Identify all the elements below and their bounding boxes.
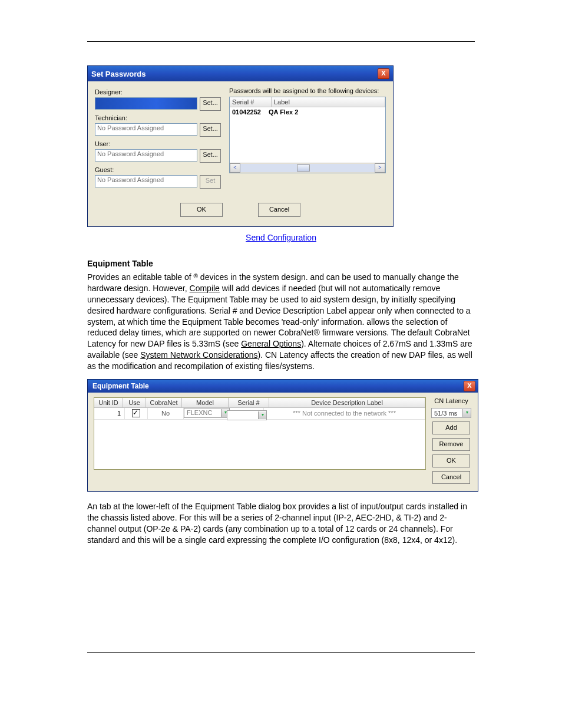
general-options-link[interactable]: General Options <box>241 339 301 348</box>
caption-link-wrap: Send Configuration <box>87 233 475 242</box>
p2-t4: and <box>121 535 137 545</box>
titlebar-2[interactable]: Equipment Table X <box>88 380 478 393</box>
compile-link[interactable]: Compile <box>190 284 220 293</box>
devices-list: Serial # Label 01042252 QA Flex 2 < > <box>229 97 386 173</box>
col-label[interactable]: Label <box>272 97 385 107</box>
scroll-thumb[interactable] <box>297 164 310 172</box>
device-label: QA Flex 2 <box>269 108 383 116</box>
cancel-button[interactable]: Cancel <box>258 203 300 217</box>
model-value: FLEXNC <box>187 408 212 418</box>
p1-t3: and <box>310 272 326 282</box>
equipment-table-dialog: Equipment Table X Unit ID Use CobraNet M… <box>87 379 478 492</box>
col-cobranet[interactable]: CobraNet <box>146 398 182 407</box>
guest-set-button: Set <box>200 175 221 189</box>
designer-label: Designer: <box>95 88 221 95</box>
remove-button[interactable]: Remove <box>432 438 470 451</box>
paragraph-1: Provides an editable table of ® devices … <box>87 272 475 372</box>
ok-button-2[interactable]: OK <box>432 454 470 467</box>
device-serial: 01042252 <box>232 108 269 116</box>
reg-mark: ® <box>194 273 198 279</box>
technician-input[interactable]: No Password Assigned <box>95 123 197 136</box>
titlebar[interactable]: Set Passwords X <box>88 66 393 81</box>
col-serial[interactable]: Serial # <box>230 97 272 107</box>
cell-desc: *** Not connected to the network *** <box>264 408 425 419</box>
equipment-grid: Unit ID Use CobraNet Model Serial # Devi… <box>94 397 426 470</box>
user-input[interactable]: No Password Assigned <box>95 149 197 162</box>
cell-use[interactable] <box>125 408 148 419</box>
use-checkbox[interactable] <box>132 409 140 417</box>
h-scrollbar[interactable]: < > <box>230 163 385 173</box>
titlebar-title: Set Passwords <box>91 70 378 78</box>
system-network-link[interactable]: System Network Considerations <box>140 350 257 360</box>
close-icon[interactable]: X <box>378 68 389 79</box>
p2-t5: this will be a single card expressing th… <box>138 535 457 545</box>
add-button[interactable]: Add <box>432 421 470 434</box>
p2-t1: An <box>87 502 100 511</box>
technician-set-button[interactable]: Set... <box>200 123 221 137</box>
col-use[interactable]: Use <box>123 398 146 407</box>
user-label: User: <box>95 140 221 147</box>
ok-button[interactable]: OK <box>180 203 223 217</box>
col-serial-2[interactable]: Serial # <box>229 398 269 407</box>
cancel-button-2[interactable]: Cancel <box>432 471 470 484</box>
titlebar-2-title: Equipment Table <box>92 382 149 390</box>
p1-t1: Provides an editable table of <box>87 272 194 282</box>
designer-input[interactable] <box>95 97 197 110</box>
cn-latency-label: CN Latency <box>434 397 468 404</box>
cell-unitid: 1 <box>94 408 125 419</box>
cn-latency-select[interactable]: 51/3 ms▾ <box>431 408 471 418</box>
p1-t2: devices in the system design. <box>198 272 310 282</box>
cell-serial[interactable]: ▾ <box>227 408 264 418</box>
col-model[interactable]: Model <box>182 398 229 407</box>
guest-label: Guest: <box>95 166 221 173</box>
paragraph-2: An tab at the lower-left of the Equipmen… <box>87 501 475 546</box>
set-passwords-dialog: Set Passwords X Designer: Set... Technic… <box>87 65 394 227</box>
scroll-track[interactable] <box>240 164 375 172</box>
bottom-rule <box>87 652 475 653</box>
cn-latency-value: 51/3 ms <box>434 410 457 417</box>
user-set-button[interactable]: Set... <box>200 149 221 163</box>
col-unitid[interactable]: Unit ID <box>94 398 123 407</box>
send-configuration-link[interactable]: Send Configuration <box>246 233 316 242</box>
close-icon-2[interactable]: X <box>464 381 475 391</box>
chevron-down-icon-3[interactable]: ▾ <box>462 409 471 417</box>
designer-set-button[interactable]: Set... <box>200 97 221 111</box>
devices-header: Passwords will be assigned to the follow… <box>229 87 386 94</box>
guest-input[interactable]: No Password Assigned <box>95 175 197 187</box>
col-desc[interactable]: Device Description Label <box>269 398 425 407</box>
scroll-left-icon[interactable]: < <box>230 163 240 173</box>
top-rule <box>87 41 475 42</box>
device-row[interactable]: 01042252 QA Flex 2 <box>230 107 385 117</box>
scroll-right-icon[interactable]: > <box>375 163 385 173</box>
cell-cobranet: No <box>148 408 184 419</box>
table-row[interactable]: 1 No FLEXNC▾ ▾ *** Not connected to the … <box>94 408 425 420</box>
grid-blank <box>94 420 425 469</box>
cell-model[interactable]: FLEXNC▾ <box>184 408 227 418</box>
equipment-table-heading: Equipment Table <box>87 259 475 268</box>
technician-label: Technician: <box>95 114 221 121</box>
